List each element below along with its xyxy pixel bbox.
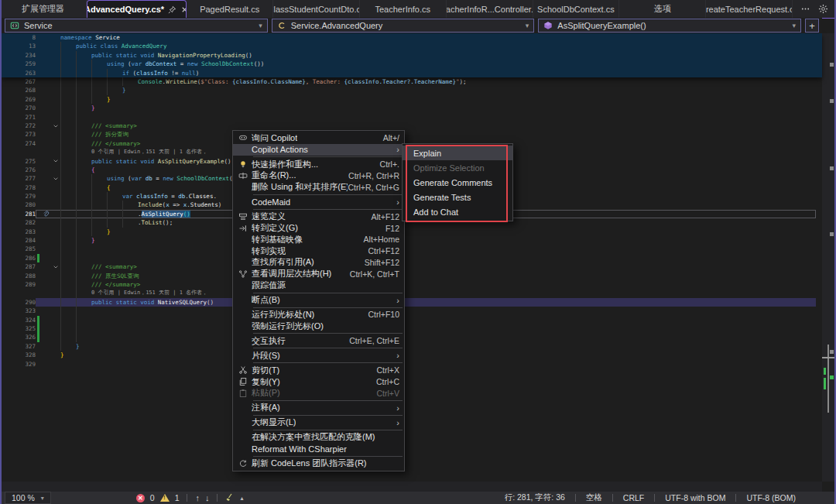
tab[interactable]: TeacherInfoR...Controller.cs bbox=[447, 0, 533, 18]
breakpoint-margin[interactable] bbox=[2, 139, 15, 148]
menu-item[interactable]: 快速操作和重构...Ctrl+. bbox=[233, 159, 404, 170]
menu-item[interactable]: 转到实现Ctrl+F12 bbox=[233, 245, 404, 257]
code-line[interactable]: 263if (classInfo != null) bbox=[2, 69, 822, 77]
breakpoint-margin[interactable] bbox=[2, 42, 15, 50]
breakpoint-margin[interactable] bbox=[2, 157, 15, 166]
status-item[interactable]: 空格 bbox=[581, 492, 607, 503]
code-line[interactable]: 270} bbox=[2, 104, 822, 112]
code-line[interactable]: 290public static void NativeSQLQuery() bbox=[2, 298, 822, 307]
tab[interactable]: TeacherInfo.cs bbox=[360, 0, 447, 18]
code-line[interactable]: 325 bbox=[2, 324, 822, 333]
gear-icon[interactable] bbox=[818, 4, 828, 14]
tab[interactable]: 选项 bbox=[619, 0, 706, 18]
code-editor[interactable]: 267Console.WriteLine($"Class: {classInfo… bbox=[2, 77, 822, 482]
submenu-item[interactable]: Generate Tests bbox=[403, 190, 512, 204]
broom-icon[interactable] bbox=[225, 493, 235, 502]
arrow-down-icon[interactable]: ↓ bbox=[205, 493, 210, 502]
menu-item[interactable]: 运行到光标处(N)Ctrl+F10 bbox=[233, 309, 404, 321]
chevron-up-icon[interactable]: ▴ bbox=[240, 495, 243, 502]
code-line[interactable]: 259using (var dbContext = new SchoolDbCo… bbox=[2, 60, 822, 68]
tab[interactable]: SchoolDbContext.cs bbox=[533, 0, 620, 18]
submenu-item[interactable]: Generate Comments bbox=[403, 175, 512, 190]
breakpoint-margin[interactable] bbox=[2, 218, 15, 227]
breadcrumb-scope-dropdown[interactable]: AsSplitQueryExample()▾ bbox=[538, 19, 801, 33]
breakpoint-margin[interactable] bbox=[2, 95, 15, 104]
code-line[interactable]: 329 bbox=[2, 360, 822, 369]
breakpoint-margin[interactable] bbox=[2, 324, 15, 333]
menu-item[interactable]: 查找所有引用(A)Shift+F12 bbox=[233, 257, 404, 269]
code-line[interactable]: 267Console.WriteLine($"Class: {classInfo… bbox=[2, 77, 822, 86]
pin-icon[interactable] bbox=[168, 5, 176, 14]
breakpoint-margin[interactable] bbox=[2, 174, 15, 183]
breakpoint-margin[interactable] bbox=[2, 316, 15, 324]
breakpoint-margin[interactable] bbox=[2, 113, 15, 122]
breakpoint-margin[interactable] bbox=[2, 245, 15, 253]
close-icon[interactable] bbox=[180, 5, 187, 14]
tab[interactable]: CreateTeacherRequest.cs bbox=[706, 0, 793, 18]
breakpoint-margin[interactable] bbox=[2, 86, 15, 94]
breakpoint-margin[interactable] bbox=[2, 33, 15, 42]
breakpoint-margin[interactable] bbox=[2, 272, 15, 280]
breadcrumb-scope-dropdown[interactable]: Service▾ bbox=[5, 19, 268, 33]
menu-item[interactable]: 转到定义(G)F12 bbox=[233, 222, 404, 234]
menu-item[interactable]: 片段(S)› bbox=[233, 350, 404, 362]
add-tab-icon[interactable]: + bbox=[805, 19, 819, 33]
code-line[interactable]: 269} bbox=[2, 95, 822, 104]
status-item[interactable]: 行: 281, 字符: 36 bbox=[500, 492, 570, 503]
code-line[interactable]: 327} bbox=[2, 342, 822, 351]
chevron-down-icon[interactable] bbox=[51, 262, 60, 271]
code-line[interactable]: 324 bbox=[2, 316, 822, 324]
chevron-down-icon[interactable] bbox=[51, 157, 60, 166]
menu-item[interactable]: 在解决方案中查找匹配的克隆(M) bbox=[233, 431, 404, 443]
code-line[interactable]: 272/// <summary> bbox=[2, 122, 822, 130]
menu-item[interactable]: 大纲显示(L)› bbox=[233, 417, 404, 428]
status-item[interactable]: UTF-8 with BOM bbox=[660, 493, 730, 502]
menu-item[interactable]: 重命名(R)...Ctrl+R, Ctrl+R bbox=[233, 170, 404, 182]
breakpoint-margin[interactable] bbox=[2, 280, 15, 289]
submenu-item[interactable]: Explain bbox=[403, 146, 512, 160]
warning-icon[interactable] bbox=[160, 494, 170, 502]
menu-item[interactable]: 询问 CopilotAlt+/ bbox=[233, 132, 404, 144]
tab[interactable]: PagedResult.cs bbox=[187, 0, 273, 18]
menu-item[interactable]: 剪切(T)Ctrl+X bbox=[233, 365, 404, 376]
breakpoint-margin[interactable] bbox=[2, 351, 15, 359]
breakpoint-margin[interactable] bbox=[2, 360, 15, 369]
code-line[interactable]: 283} bbox=[2, 228, 822, 236]
menu-item[interactable]: 强制运行到光标(O) bbox=[233, 321, 404, 332]
breadcrumb-scope-dropdown[interactable]: Service.AdvancedQuery▾ bbox=[272, 19, 535, 33]
menu-item[interactable]: 速览定义Alt+F12 bbox=[233, 211, 404, 222]
code-line[interactable]: 288/// 原生SQL查询 bbox=[2, 272, 822, 280]
vertical-scrollbar[interactable] bbox=[822, 33, 834, 482]
menu-item[interactable]: Reformat With CSharpier bbox=[233, 443, 404, 454]
breakpoint-margin[interactable] bbox=[2, 192, 15, 201]
code-line[interactable]: 271 bbox=[2, 113, 822, 122]
code-line[interactable]: 328} bbox=[2, 351, 822, 359]
code-line[interactable]: 268} bbox=[2, 86, 822, 94]
breakpoint-margin[interactable] bbox=[2, 289, 15, 297]
breakpoint-margin[interactable] bbox=[2, 201, 15, 209]
horizontal-scrollbar[interactable] bbox=[2, 482, 822, 492]
tab[interactable]: AdvancedQuery.cs* bbox=[87, 0, 187, 18]
submenu-item[interactable]: Add to Chat bbox=[403, 204, 512, 219]
code-line[interactable]: 8namespace Service bbox=[2, 33, 822, 42]
menu-item[interactable]: 交互执行Ctrl+E, Ctrl+E bbox=[233, 335, 404, 347]
code-line[interactable]: 289/// </summary> bbox=[2, 280, 822, 289]
sticky-scroll[interactable]: 8namespace Service13public class Advance… bbox=[2, 33, 822, 77]
breakpoint-margin[interactable] bbox=[2, 77, 15, 86]
code-line[interactable]: 326 bbox=[2, 333, 822, 341]
code-line[interactable]: 234public static void NavigationProperty… bbox=[2, 51, 822, 60]
breakpoint-margin[interactable] bbox=[2, 210, 15, 218]
breakpoint-margin[interactable] bbox=[2, 307, 15, 315]
menu-item[interactable]: 复制(Y)Ctrl+C bbox=[233, 376, 404, 388]
breakpoint-margin[interactable] bbox=[2, 130, 15, 139]
menu-item[interactable]: 查看调用层次结构(H)Ctrl+K, Ctrl+T bbox=[233, 268, 404, 279]
code-line[interactable]: 273/// 拆分查询 bbox=[2, 130, 822, 139]
menu-item[interactable]: Copilot Actions› bbox=[233, 144, 404, 156]
menu-item[interactable]: 转到基础映像Alt+Home bbox=[233, 234, 404, 245]
breakpoint-margin[interactable] bbox=[2, 183, 15, 192]
code-line[interactable]: 284} bbox=[2, 236, 822, 245]
menu-item[interactable]: 删除 Using 和对其排序(E)Ctrl+R, Ctrl+G bbox=[233, 181, 404, 193]
breakpoint-margin[interactable] bbox=[2, 228, 15, 236]
breakpoint-margin[interactable] bbox=[2, 148, 15, 156]
chevron-down-icon[interactable] bbox=[51, 122, 60, 130]
